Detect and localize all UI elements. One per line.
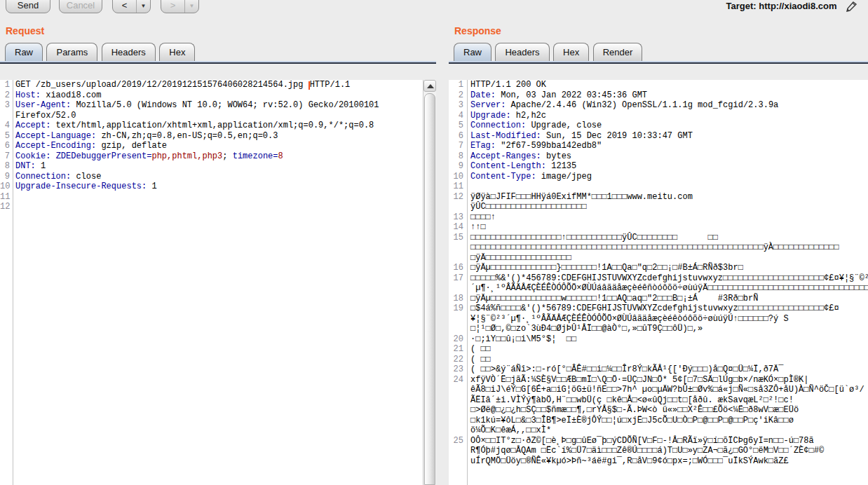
code-line: 25OÔ×□□IT°z□·ðZ©[□è¸Þ□g□ûEø¯þ□ýCDÕÑ[V□F□… bbox=[449, 436, 868, 467]
code-line: 2Date: Mon, 03 Jan 2022 03:45:36 GMT bbox=[449, 90, 868, 101]
line-number: 9 bbox=[0, 172, 11, 182]
line-number: 20 bbox=[449, 334, 464, 345]
response-panel: Response Raw Headers Hex Render 1HTTP/1.… bbox=[449, 20, 868, 485]
line-number: 23 bbox=[449, 364, 464, 375]
request-panel: Request Raw Params Headers Hex 1GET /zb_… bbox=[0, 20, 436, 485]
send-button[interactable]: Send bbox=[6, 0, 50, 13]
prev-dropdown-button[interactable]: ▼ bbox=[137, 0, 150, 13]
code-line: 12 bbox=[0, 202, 423, 212]
code-line: 10Upgrade-Insecure-Requests: 1 bbox=[0, 182, 423, 192]
line-number: 12 bbox=[449, 192, 464, 212]
code-text: HTTP/1.1 200 OK bbox=[464, 80, 868, 90]
code-text: OÔ×□□IT°z□·ðZ©[□è¸Þ□g□ûEø¯þ□ýCDÕÑ[V□F□-!… bbox=[464, 436, 868, 467]
code-text: Content-Length: 12135 bbox=[464, 161, 868, 172]
line-number: 4 bbox=[0, 121, 11, 131]
code-text: Accept: text/html,application/xhtml+xml,… bbox=[11, 121, 423, 131]
code-text: Host: xiaodi8.com bbox=[11, 90, 423, 101]
code-line: 17□□□□□%&'()*456789:CDEFGHIJSTUVWXYZcdef… bbox=[449, 273, 868, 294]
code-line: 19□$4á%ñ□□□□&'()*56789:CDEFGHIJSTUVWXYZc… bbox=[449, 303, 868, 334]
code-text: Upgrade-Insecure-Requests: 1 bbox=[11, 182, 423, 192]
prev-request-button-group: < ▼ bbox=[112, 0, 151, 13]
code-text: ( □□ bbox=[464, 344, 868, 355]
response-editor[interactable]: 1HTTP/1.1 200 OK2Date: Mon, 03 Jan 2022 … bbox=[449, 80, 868, 485]
line-number: 9 bbox=[449, 161, 464, 172]
code-line: 20·□;ìY□□û¡□i\M5°$¦ □□ bbox=[449, 334, 868, 345]
code-text: ( □□>&ý¨áÑî>:□-ró[°□ÂÊ#□□i□¼□□Îr8Ý□kÃÅ¹{… bbox=[464, 364, 868, 375]
response-tab-headers[interactable]: Headers bbox=[495, 43, 549, 61]
code-line: 5Accept-Language: zh-CN,zh;q=0.8,en-US;q… bbox=[0, 131, 423, 142]
request-tab-headers[interactable]: Headers bbox=[102, 43, 156, 61]
request-tab-raw[interactable]: Raw bbox=[5, 43, 43, 61]
scroll-thumb[interactable] bbox=[424, 93, 435, 485]
line-number: 10 bbox=[0, 182, 11, 192]
request-scrollbar[interactable] bbox=[423, 80, 436, 485]
code-text: Accept-Language: zh-CN,zh;q=0.8,en-US;q=… bbox=[11, 131, 423, 142]
code-line: 15□□□□□□□□□□□□□□□□□□↑□□□□□□□□□□□ÿÛC□□□□□… bbox=[449, 233, 868, 264]
line-number: 3 bbox=[449, 100, 464, 111]
next-request-button[interactable]: > bbox=[161, 0, 185, 13]
code-text: Connection: Upgrade, close bbox=[464, 121, 868, 131]
code-text: Cookie: ZDEDebuggerPresent=php,phtml,php… bbox=[11, 151, 423, 162]
target-label: Target: http://xiaodi8.com bbox=[726, 0, 837, 11]
line-number: 1 bbox=[449, 80, 464, 90]
code-line: 1HTTP/1.1 200 OK bbox=[449, 80, 868, 90]
code-line: 3Server: Apache/2.4.46 (Win32) OpenSSL/1… bbox=[449, 100, 868, 111]
next-request-button-group: > ▼ bbox=[161, 0, 199, 13]
line-number: 12 bbox=[0, 202, 11, 212]
code-line: 13□□□□↑ bbox=[449, 212, 868, 223]
request-editor[interactable]: 1GET /zb_users/upload/2019/12/2019121515… bbox=[0, 80, 423, 485]
edit-target-icon[interactable] bbox=[844, 0, 858, 14]
code-line: 21( □□ bbox=[449, 344, 868, 355]
code-text: ÿØÿà□JFIF□□□HHÿá0ExifMM*□□□1□□□www.meitu… bbox=[464, 192, 868, 212]
code-line: 11 bbox=[449, 182, 868, 192]
line-number: 3 bbox=[0, 100, 11, 121]
code-text: Content-Type: image/jpeg bbox=[464, 172, 868, 182]
code-text: □□□□□%&'()*456789:CDEFGHIJSTUVWXYZcdefgh… bbox=[464, 273, 868, 294]
line-number: 4 bbox=[449, 111, 464, 121]
request-tab-params[interactable]: Params bbox=[46, 43, 97, 61]
line-number: 8 bbox=[449, 151, 464, 162]
code-line: 9Content-Length: 12135 bbox=[449, 161, 868, 172]
code-text: Upgrade: h2,h2c bbox=[464, 111, 868, 121]
code-text: xfÿVÒ´Ë□jãÃ:¼SÈ§V□□ÆB□mÏ□\Q□Ö·=ÜÇ□JN□Ö* … bbox=[464, 375, 868, 436]
code-line: 22( □□ bbox=[449, 355, 868, 365]
response-tabs: Raw Headers Hex Render bbox=[449, 43, 868, 61]
code-line: 18□ÿÄµ□□□□□□□□□□□□□□w□□□□□□!1□□AQ□aq□"2□… bbox=[449, 294, 868, 304]
code-line: 6Accept-Encoding: gzip, deflate bbox=[0, 141, 423, 151]
code-line: 6Last-Modified: Sun, 15 Dec 2019 10:33:4… bbox=[449, 131, 868, 142]
code-text bbox=[11, 192, 423, 203]
response-tab-raw[interactable]: Raw bbox=[454, 43, 491, 61]
code-line: 12ÿØÿà□JFIF□□□HHÿá0ExifMM*□□□1□□□www.mei… bbox=[449, 192, 868, 212]
code-text bbox=[11, 202, 423, 212]
response-tab-render[interactable]: Render bbox=[593, 43, 643, 61]
code-text: Accept-Encoding: gzip, deflate bbox=[11, 141, 423, 151]
line-number: 1 bbox=[0, 80, 11, 90]
line-number: 15 bbox=[449, 233, 464, 264]
code-line: 11 bbox=[0, 192, 423, 203]
gutter-divider bbox=[13, 80, 13, 485]
scroll-up-button[interactable] bbox=[423, 80, 436, 92]
line-number: 18 bbox=[449, 294, 464, 304]
request-tab-hex[interactable]: Hex bbox=[159, 43, 195, 61]
response-tab-hex[interactable]: Hex bbox=[553, 43, 589, 61]
cancel-button[interactable]: Cancel bbox=[59, 0, 102, 13]
line-number: 19 bbox=[449, 303, 464, 334]
line-number: 5 bbox=[0, 131, 11, 142]
code-text: □□□□↑ bbox=[464, 212, 868, 223]
line-number: 24 bbox=[449, 375, 464, 436]
line-number: 13 bbox=[449, 212, 464, 223]
code-line: 9Connection: close bbox=[0, 172, 423, 182]
prev-request-button[interactable]: < bbox=[113, 0, 137, 13]
next-dropdown-button[interactable]: ▼ bbox=[185, 0, 198, 13]
code-line: 24xfÿVÒ´Ë□jãÃ:¼SÈ§V□□ÆB□mÏ□\Q□Ö·=ÜÇ□JN□Ö… bbox=[449, 375, 868, 436]
help-icon[interactable] bbox=[858, 0, 868, 20]
code-line: 1GET /zb_users/upload/2019/12/2019121515… bbox=[0, 80, 423, 90]
line-number: 2 bbox=[0, 90, 11, 101]
code-text: ( □□ bbox=[464, 355, 868, 365]
line-number: 16 bbox=[449, 263, 464, 273]
line-number: 10 bbox=[449, 172, 464, 182]
code-line: 16□ÿÄµ□□□□□□□□□□□□□}□□□□□□□!1A□□Qa□"q□2□… bbox=[449, 263, 868, 273]
code-text: DNT: 1 bbox=[11, 161, 423, 172]
code-text: □ÿÄµ□□□□□□□□□□□□□}□□□□□□□!1A□□Qa□"q□2□□¡… bbox=[464, 263, 868, 273]
code-text: Accept-Ranges: bytes bbox=[464, 151, 868, 162]
